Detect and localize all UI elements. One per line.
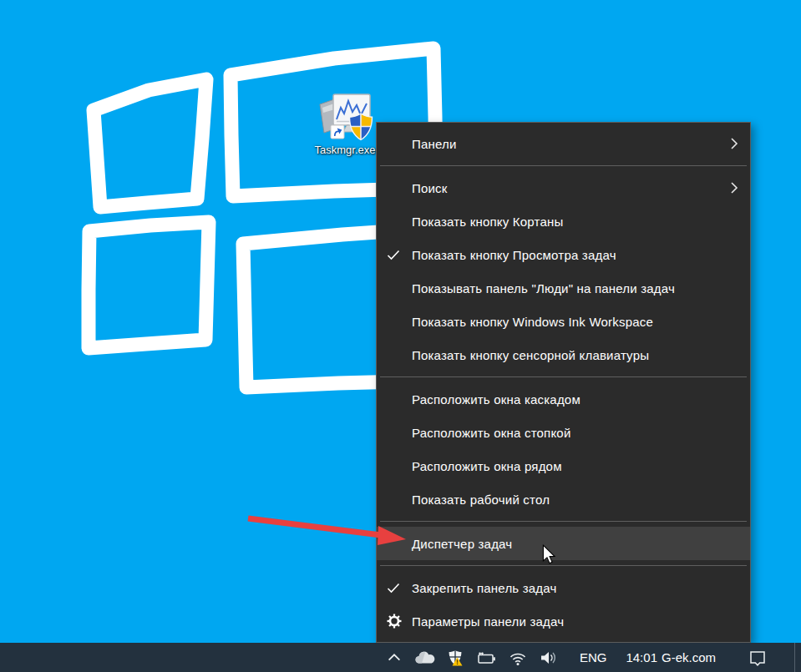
menu-item-side-by-side-windows[interactable]: Расположить окна рядом (377, 449, 750, 483)
desktop: Taskmgr.exe Панели Поиск Показать кнопку… (0, 0, 801, 672)
language-indicator[interactable]: ENG (575, 650, 612, 664)
menu-item-stack-windows[interactable]: Расположить окна стопкой (377, 416, 750, 449)
annotation-arrow-icon (241, 508, 416, 549)
menu-separator (380, 165, 747, 166)
check-icon (387, 583, 412, 594)
menu-separator (380, 376, 747, 377)
shortcut-label: Taskmgr.exe (315, 144, 376, 156)
taskbar: ENG 14:01 G-ek.com (0, 643, 801, 672)
show-desktop-strip[interactable] (794, 643, 801, 672)
menu-item-show-touch-keyboard-button[interactable]: Показать кнопку сенсорной клавиатуры (377, 338, 750, 371)
taskmgr-shortcut[interactable]: Taskmgr.exe (308, 92, 382, 157)
check-icon (387, 250, 412, 260)
volume-icon[interactable] (539, 643, 559, 672)
clock-time: 14:01 (626, 650, 657, 664)
battery-icon[interactable] (475, 643, 497, 672)
gear-icon (387, 614, 412, 629)
menu-item-taskbar-settings[interactable]: Параметры панели задач (377, 604, 750, 638)
menu-item-show-desktop[interactable]: Показать рабочий стол (377, 483, 750, 516)
menu-item-lock-taskbar[interactable]: Закрепить панель задач (377, 571, 750, 604)
menu-item-show-windows-ink-workspace-button[interactable]: Показать кнопку Windows Ink Workspace (377, 305, 750, 338)
defender-shield-icon[interactable] (446, 643, 464, 672)
menu-item-toolbars[interactable]: Панели (377, 127, 750, 160)
taskbar-clock[interactable]: 14:01 G-ek.com (622, 650, 719, 664)
menu-item-show-people-bar[interactable]: Показывать панель "Люди" на панели задач (377, 271, 750, 305)
menu-item-search[interactable]: Поиск (377, 171, 750, 205)
hidden-icons-chevron-icon[interactable] (386, 643, 403, 672)
wifi-icon[interactable] (508, 643, 528, 672)
menu-separator (380, 565, 747, 566)
chevron-right-icon (730, 137, 738, 150)
menu-item-show-task-view-button[interactable]: Показать кнопку Просмотра задач (377, 238, 750, 271)
watermark: G-ek.com (662, 650, 716, 664)
menu-item-cascade-windows[interactable]: Расположить окна каскадом (377, 382, 750, 416)
chevron-right-icon (730, 181, 738, 195)
taskbar-context-menu: Панели Поиск Показать кнопку Кортаны Пок… (376, 122, 751, 643)
system-tray: ENG 14:01 G-ek.com (386, 643, 801, 672)
menu-item-task-manager[interactable]: Диспетчер задач (377, 527, 750, 560)
menu-separator (380, 521, 747, 522)
mouse-cursor-icon (540, 544, 558, 564)
task-manager-icon (313, 92, 377, 142)
action-center-icon[interactable] (743, 643, 772, 672)
onedrive-cloud-icon[interactable] (413, 643, 435, 672)
menu-item-show-cortana-button[interactable]: Показать кнопку Кортаны (377, 205, 750, 238)
